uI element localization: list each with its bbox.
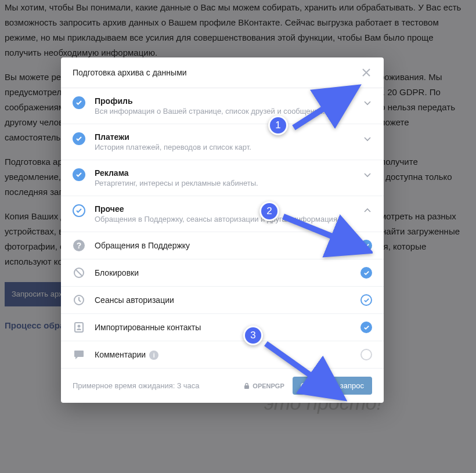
sub-label: Блокировки [95,268,360,277]
info-icon[interactable]: i [149,351,158,360]
annotation-badge-1: 1 [268,115,288,135]
check-outline-icon[interactable] [360,294,372,306]
annotation-badge-3: 3 [243,326,263,345]
annotation-arrow-2 [280,213,373,262]
ban-icon [73,266,85,279]
svg-point-5 [78,325,81,328]
clock-icon [73,294,85,306]
sub-item-sessions[interactable]: Сеансы авторизации [61,287,384,314]
section-title: Прочее [95,204,363,214]
check-on-icon[interactable] [360,267,372,279]
checkbox-icon[interactable] [73,96,85,109]
section-ads[interactable]: Реклама Ретаргетинг, интересы и рекламны… [61,160,384,196]
question-icon: ? [73,239,85,252]
comment-icon [73,348,85,361]
checkbox-icon[interactable] [73,168,85,181]
chevron-down-icon[interactable] [363,170,372,179]
check-off-icon[interactable] [360,349,372,360]
svg-text:?: ? [77,241,82,250]
chevron-down-icon[interactable] [363,98,372,107]
sub-label: Сеансы авторизации [95,295,360,305]
chevron-down-icon[interactable] [363,134,372,143]
close-icon[interactable] [360,67,372,78]
annotation-arrow-3 [262,340,349,406]
sub-label: Импортированные контакты [95,323,360,332]
check-on-icon[interactable] [360,322,372,333]
svg-rect-6 [244,385,249,389]
contacts-icon [73,321,85,334]
annotation-badge-2: 2 [259,201,279,221]
eta-text: Примерное время ожидания: 3 часа [73,381,235,390]
annotation-arrow-1 [288,82,363,137]
sub-item-blocks[interactable]: Блокировки [61,259,384,287]
section-title: Реклама [95,168,363,178]
lock-icon [243,382,250,389]
section-desc: История платежей, переводов и список кар… [95,143,363,151]
modal-title: Подготовка архива с данными [73,68,187,77]
checkbox-partial-icon[interactable] [73,204,85,217]
checkbox-icon[interactable] [73,132,85,145]
section-desc: Ретаргетинг, интересы и рекламные кабине… [95,179,363,187]
sub-item-contacts[interactable]: Импортированные контакты [61,314,384,341]
